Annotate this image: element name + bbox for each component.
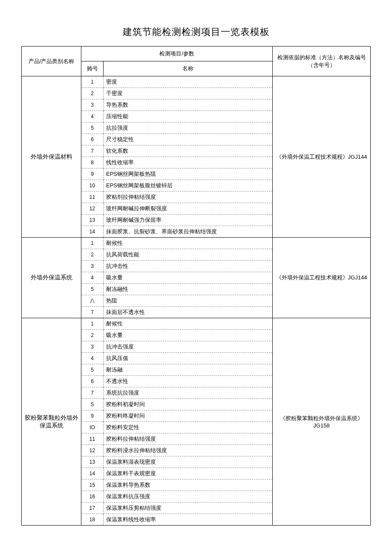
standard-cell: 《外墙外保温工程技术规程》JGJ144 (273, 238, 371, 318)
name-cell: 胶粉料安定性 (104, 422, 273, 433)
product-cell: 胶粉聚苯颗粒外墙外保温系统 (22, 318, 81, 526)
header-name: 名称 (104, 61, 273, 76)
seq-cell: 9 (81, 169, 104, 180)
seq-cell: 3 (81, 341, 104, 353)
name-cell: 胶粉料终凝时间 (104, 410, 273, 422)
seq-cell: 12 (81, 203, 104, 215)
table-row: 外墙外保温系统1耐候性《外墙外保温工程技术规程》JGJ144 (22, 238, 371, 249)
seq-cell: 11 (81, 433, 104, 445)
name-cell: 胶粉料拉伸粘结强度 (104, 433, 273, 445)
name-cell: 密度 (104, 76, 273, 88)
seq-cell: 15 (81, 479, 104, 491)
product-cell: 外墙外保温材料 (22, 76, 81, 238)
name-cell: 抗冲击性 (104, 261, 273, 272)
table-row: 外墙外保温材料1密度《外墙外保温工程技术规程》JGJ144 (22, 76, 371, 88)
header-seq: 贿号 (81, 61, 104, 76)
seq-cell: 8 (81, 157, 104, 169)
seq-cell: 5 (81, 284, 104, 295)
name-cell: 抗拉强度 (104, 122, 273, 134)
name-cell: 保温浆料线性收缩率 (104, 514, 273, 526)
seq-cell: 5 (81, 364, 104, 376)
name-cell: 耐候性 (104, 318, 273, 330)
seq-cell: 7 (81, 145, 104, 157)
header-param-group: 检测项目/参数 (81, 46, 273, 61)
seq-cell: 11 (81, 192, 104, 203)
standard-cell: 《外墙外保温工程技术规程》JGJ144 (273, 76, 371, 238)
seq-cell: 1 (81, 238, 104, 249)
seq-cell: 2 (81, 88, 104, 99)
name-cell: 耐冻融性 (104, 284, 273, 295)
seq-cell: 12 (81, 445, 104, 456)
name-cell: EPS钢丝网架板腹丝镀锌层 (104, 180, 273, 192)
name-cell: 不透水性 (104, 376, 273, 387)
name-cell: 抹面层不透水性 (104, 307, 273, 318)
name-cell: 抗风荷载性能 (104, 249, 273, 261)
name-cell: 保温浆料压剪粘结强度 (104, 503, 273, 514)
seq-cell: 6 (81, 134, 104, 145)
name-cell: 抗风压值 (104, 353, 273, 364)
name-cell: 抹面胶浆、抗裂砂浆、界面砂浆拉伸粘结强度 (104, 226, 273, 238)
name-cell: 保温浆料湿表现密度 (104, 456, 273, 468)
name-cell: 保温浆料导热系数 (104, 479, 273, 491)
seq-cell: 7 (81, 307, 104, 318)
seq-cell: 1 (81, 76, 104, 88)
name-cell: 抗冲击强度 (104, 341, 273, 353)
inspection-table: 产品/产品类别名称 检测项目/参数 检测依据的标准（方法）名称及编号（含年号） … (21, 46, 371, 526)
seq-cell: 3 (81, 261, 104, 272)
name-cell: 胶粉料浸水拉伸粘结强度 (104, 445, 273, 456)
seq-cell: 10 (81, 180, 104, 192)
name-cell: EPS钢丝网架板热阻 (104, 169, 273, 180)
seq-cell: 八 (81, 295, 104, 307)
seq-cell: 4 (81, 111, 104, 122)
seq-cell: 6 (81, 376, 104, 387)
name-cell: 玻纤网耐碱拉伸断裂强度 (104, 203, 273, 215)
name-cell: 耐冻融 (104, 364, 273, 376)
seq-cell: 17 (81, 503, 104, 514)
name-cell: 胶粉料初凝时间 (104, 399, 273, 410)
name-cell: 导热系数 (104, 99, 273, 111)
seq-cell: 9 (81, 410, 104, 422)
seq-cell: 3 (81, 99, 104, 111)
name-cell: 干密度 (104, 88, 273, 99)
seq-cell: 14 (81, 226, 104, 238)
header-standard: 检测依据的标准（方法）名称及编号（含年号） (273, 46, 371, 76)
seq-cell: IO (81, 422, 104, 433)
name-cell: 保温浆料干表观密度 (104, 468, 273, 479)
seq-cell: 5 (81, 122, 104, 134)
seq-cell: 16 (81, 491, 104, 503)
name-cell: 吸水量 (104, 330, 273, 341)
seq-cell: 4 (81, 272, 104, 284)
standard-cell: 《胶粉聚苯颗粒外墙外保温系统》JG158 (273, 318, 371, 526)
name-cell: 保温浆料抗压强度 (104, 491, 273, 503)
page-title: 建筑节能检测检测项目一览表模板 (21, 26, 371, 38)
seq-cell: 2 (81, 249, 104, 261)
seq-cell: 2 (81, 330, 104, 341)
table-row: 胶粉聚苯颗粒外墙外保温系统1耐候性《胶粉聚苯颗粒外墙外保温系统》JG158 (22, 318, 371, 330)
seq-cell: 1 (81, 318, 104, 330)
name-cell: 耐候性 (104, 238, 273, 249)
seq-cell: 14 (81, 468, 104, 479)
name-cell: 线性收缩率 (104, 157, 273, 169)
seq-cell: 4 (81, 353, 104, 364)
name-cell: 热阻 (104, 295, 273, 307)
seq-cell: S (81, 399, 104, 410)
product-cell: 外墙外保温系统 (22, 238, 81, 318)
name-cell: 压缩性能 (104, 111, 273, 122)
header-product: 产品/产品类别名称 (22, 46, 81, 76)
name-cell: 软化系数 (104, 145, 273, 157)
name-cell: 胶粘剂拉伸粘结强度 (104, 192, 273, 203)
seq-cell: 13 (81, 215, 104, 226)
seq-cell: 18 (81, 514, 104, 526)
name-cell: 尺寸稳定性 (104, 134, 273, 145)
seq-cell: 7 (81, 387, 104, 399)
name-cell: 吸水量 (104, 272, 273, 284)
name-cell: 系统抗拉强度 (104, 387, 273, 399)
seq-cell: 13 (81, 456, 104, 468)
name-cell: 玻纤网耐碱强力保留率 (104, 215, 273, 226)
